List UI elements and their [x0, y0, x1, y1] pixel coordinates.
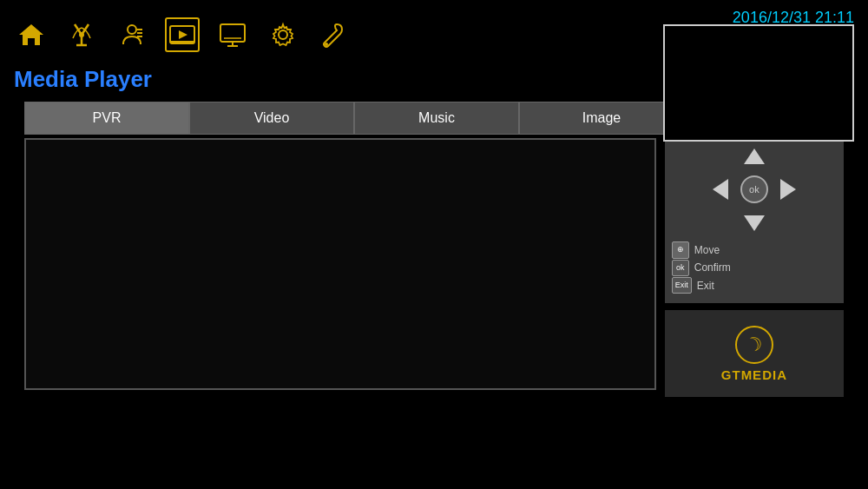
tab-video[interactable]: Video [189, 102, 354, 135]
legend-exit-label: Exit [697, 277, 714, 294]
svg-point-5 [128, 25, 136, 34]
legend-confirm-label: Confirm [694, 259, 731, 276]
gtmedia-brand-name: GTMEDIA [721, 367, 787, 382]
gtmedia-brand-box: ☽ GTMEDIA [665, 310, 844, 397]
dpad-down-button[interactable] [744, 215, 765, 231]
legend-confirm-badge: ok [672, 260, 689, 276]
nav-icon-antenna[interactable] [64, 17, 99, 52]
dpad-right-button[interactable] [780, 179, 796, 200]
control-legend: ⊕ Move ok Confirm Exit Exit [672, 241, 837, 294]
nav-icon-media[interactable] [165, 17, 200, 52]
tab-image[interactable]: Image [519, 102, 684, 135]
gtmedia-circle-icon: ☽ [735, 326, 773, 364]
svg-point-16 [279, 30, 287, 39]
main-content: PVR Video Music Image ok [12, 102, 856, 406]
tab-pvr[interactable]: PVR [24, 102, 189, 135]
legend-move: ⊕ Move [672, 241, 837, 259]
gtmedia-moon-icon: ☽ [742, 331, 766, 358]
nav-icon-display[interactable] [215, 17, 250, 52]
file-browser[interactable] [24, 138, 656, 390]
nav-icon-settings[interactable] [266, 17, 300, 52]
svg-point-4 [79, 32, 84, 37]
legend-confirm: ok Confirm [672, 259, 837, 276]
legend-exit: Exit Exit [672, 277, 837, 294]
nav-icon-profile[interactable] [115, 17, 149, 52]
dpad: ok [711, 147, 798, 233]
dpad-up-button[interactable] [744, 149, 765, 164]
legend-move-label: Move [694, 241, 720, 259]
tab-music[interactable]: Music [354, 102, 519, 135]
right-panel: ok ⊕ Move ok Confirm Exit Exit [665, 138, 844, 397]
preview-box [663, 24, 854, 142]
legend-move-badge: ⊕ [672, 241, 689, 258]
nav-icon-tools[interactable] [316, 17, 351, 52]
gtmedia-logo: ☽ GTMEDIA [721, 326, 787, 382]
content-area: ok ⊕ Move ok Confirm Exit Exit [24, 138, 844, 397]
dpad-left-button[interactable] [713, 179, 728, 200]
nav-control-box: ok ⊕ Move ok Confirm Exit Exit [665, 138, 844, 303]
nav-icons [14, 17, 351, 52]
svg-marker-10 [179, 30, 187, 39]
tab-bar: PVR Video Music Image [24, 102, 684, 135]
legend-exit-badge: Exit [672, 277, 692, 294]
svg-point-17 [325, 43, 328, 46]
svg-rect-12 [220, 24, 245, 42]
dpad-ok-button[interactable]: ok [740, 175, 768, 203]
nav-icon-home[interactable] [14, 17, 49, 52]
